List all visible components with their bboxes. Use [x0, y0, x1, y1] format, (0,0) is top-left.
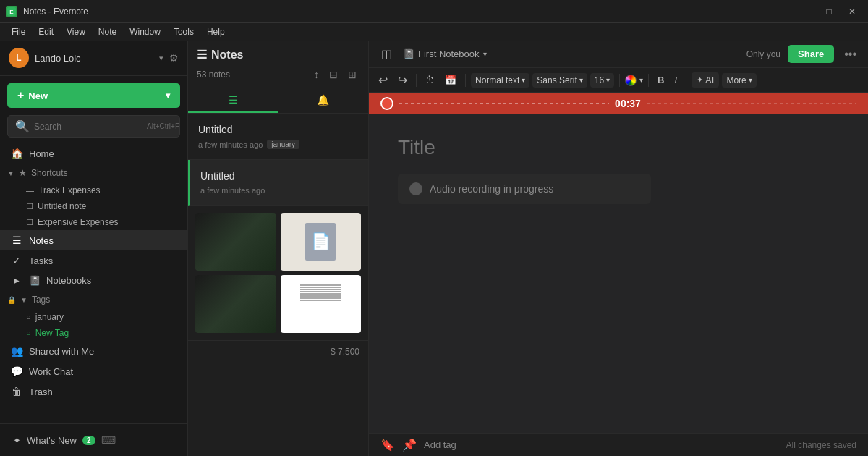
shortcut-expensive-expenses[interactable]: ☐ Expensive Expenses: [0, 214, 187, 230]
color-picker[interactable]: [625, 75, 637, 86]
share-button[interactable]: Share: [788, 45, 834, 63]
titlebar: E Notes - Evernote ─ □ ✕: [0, 0, 868, 23]
notes-nav-label: Notes: [29, 235, 54, 246]
settings-icon[interactable]: ⚙: [169, 52, 179, 64]
minimize-button[interactable]: ─: [796, 4, 816, 19]
menu-edit[interactable]: Edit: [33, 25, 59, 38]
sidebar-item-work-chat[interactable]: 💬 Work Chat: [0, 361, 187, 381]
menu-help[interactable]: Help: [201, 25, 231, 38]
home-label: Home: [29, 148, 54, 159]
search-input[interactable]: [34, 122, 142, 132]
sidebar-item-notebooks[interactable]: ▶ 📓 Notebooks: [0, 271, 187, 290]
trash-label: Trash: [29, 387, 53, 397]
ai-icon: ✦: [697, 75, 703, 85]
tags-section[interactable]: 🔒 ▼ Tags: [0, 290, 187, 309]
window-controls: ─ □ ✕: [796, 4, 862, 19]
view-button[interactable]: ⊞: [345, 67, 359, 82]
sidebar-item-shared[interactable]: 👥 Shared with Me: [0, 341, 187, 361]
tag-january[interactable]: ○ january: [0, 309, 187, 325]
search-icon: 🔍: [15, 119, 30, 133]
tasks-icon: ✓: [10, 255, 23, 266]
note-title-2: Untitled: [200, 170, 358, 182]
thumbnail-2[interactable]: 📄: [281, 213, 362, 271]
record-stop-button[interactable]: [380, 97, 393, 110]
window-title: Notes - Evernote: [23, 7, 790, 17]
untitled-note-label: Untitled note: [38, 201, 86, 211]
more-dropdown[interactable]: More ▾: [722, 73, 756, 88]
redo-button[interactable]: ↪: [394, 71, 411, 89]
notebooks-chevron-icon: ▶: [10, 276, 23, 284]
undo-button[interactable]: ↩: [375, 71, 391, 89]
editor-topbar: ◫ 📓 First Notebook ▾ Only you Share •••: [369, 41, 868, 68]
sidebar-toggle-button[interactable]: ◫: [378, 45, 396, 63]
font-dropdown[interactable]: Sans Serif ▾: [532, 73, 587, 88]
menu-file[interactable]: File: [6, 25, 31, 38]
username-label: Lando Loic: [35, 53, 153, 64]
notes-toolbar: ↕ ⊟ ⊞: [311, 67, 359, 82]
search-bar[interactable]: 🔍 Alt+Ctrl+F: [7, 115, 180, 138]
more-options-icon[interactable]: •••: [841, 48, 859, 61]
note-title-field[interactable]: [398, 136, 839, 159]
new-button[interactable]: + New ▾: [7, 83, 180, 108]
note-item-1[interactable]: Untitled a few minutes ago january: [188, 114, 368, 160]
shortcuts-label: Shortcuts: [31, 168, 68, 178]
thumbnail-1[interactable]: [195, 213, 276, 271]
menu-view[interactable]: View: [61, 25, 91, 38]
bell-icon: 🔔: [317, 94, 329, 106]
whats-new-item[interactable]: ✦ What's New 2 ⌨: [6, 430, 182, 450]
toolbar-divider-2: [465, 74, 466, 87]
size-chevron: ▾: [606, 76, 610, 84]
sort-button[interactable]: ↕: [311, 67, 322, 82]
shortcut-track-expenses[interactable]: — Track Expenses: [0, 182, 187, 198]
text-style-dropdown[interactable]: Normal text ▾: [471, 73, 529, 88]
note-icon-1: —: [26, 186, 34, 195]
menu-note[interactable]: Note: [93, 25, 122, 38]
note-meta-2: a few minutes ago: [200, 186, 358, 195]
sidebar-item-trash[interactable]: 🗑 Trash: [0, 381, 187, 402]
add-tag-button[interactable]: Add tag: [424, 439, 779, 450]
thumbnail-4[interactable]: [281, 275, 362, 333]
italic-button[interactable]: I: [671, 72, 681, 88]
notebook-icon: 📓: [403, 48, 414, 59]
pin-button[interactable]: 📌: [402, 438, 417, 452]
svg-text:E: E: [9, 9, 14, 15]
sidebar-item-notes[interactable]: ☰ Notes: [0, 230, 187, 250]
search-shortcut: Alt+Ctrl+F: [147, 122, 179, 130]
thumbnail-3[interactable]: [195, 275, 276, 333]
plus-icon: +: [17, 89, 24, 102]
calendar-button[interactable]: 📅: [441, 72, 460, 88]
tab-notifications[interactable]: 🔔: [278, 88, 369, 113]
timer-button[interactable]: ⏱: [422, 72, 438, 88]
notebooks-label: Notebooks: [46, 275, 91, 286]
tag-new-label: New Tag: [35, 328, 69, 338]
maximize-button[interactable]: □: [819, 4, 839, 19]
menu-window[interactable]: Window: [124, 25, 166, 38]
shortcuts-star-icon: ★: [19, 168, 27, 178]
notebook-name: First Notebook: [418, 48, 480, 59]
tab-notes[interactable]: ☰: [188, 88, 278, 113]
editor-content[interactable]: Audio recording in progress: [369, 114, 868, 433]
sidebar-item-home[interactable]: 🏠 Home: [0, 143, 187, 164]
menu-tools[interactable]: Tools: [168, 25, 200, 38]
user-profile[interactable]: L Lando Loic ▾ ⚙: [0, 41, 187, 76]
tag-new[interactable]: ○ New Tag: [0, 325, 187, 341]
recording-waveform: [399, 103, 609, 104]
size-dropdown[interactable]: 16 ▾: [590, 73, 614, 88]
only-you-label: Only you: [746, 49, 780, 59]
notes-tabs: ☰ 🔔: [188, 88, 368, 114]
ai-button[interactable]: ✦ AI: [692, 72, 719, 88]
filter-button[interactable]: ⊟: [326, 67, 341, 82]
close-button[interactable]: ✕: [842, 4, 862, 19]
whats-new-label: What's New: [27, 435, 77, 446]
user-chevron-icon: ▾: [159, 54, 163, 63]
shortcut-untitled-note[interactable]: ☐ Untitled note: [0, 198, 187, 214]
bookmark-button[interactable]: 🔖: [380, 438, 395, 452]
new-chevron-icon: ▾: [166, 90, 170, 101]
note-item-2[interactable]: Untitled a few minutes ago: [188, 160, 368, 206]
shortcuts-section[interactable]: ▼ ★ Shortcuts: [0, 164, 187, 182]
toolbar-divider-5: [686, 74, 686, 87]
bold-button[interactable]: B: [654, 72, 668, 88]
notebook-selector[interactable]: 📓 First Notebook ▾: [403, 48, 487, 59]
tag-circle-icon-1: ○: [26, 313, 31, 321]
sidebar-item-tasks[interactable]: ✓ Tasks: [0, 250, 187, 271]
